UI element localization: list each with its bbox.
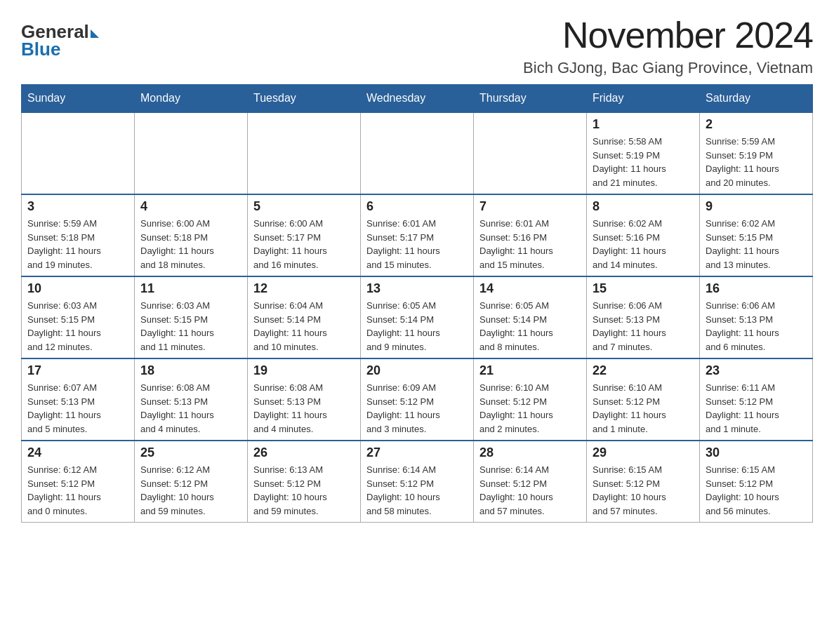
calendar-cell: 3Sunrise: 5:59 AMSunset: 5:18 PMDaylight… (22, 194, 135, 276)
main-title: November 2024 (523, 14, 813, 56)
day-number: 21 (479, 363, 581, 378)
week-row-4: 17Sunrise: 6:07 AMSunset: 5:13 PMDayligh… (22, 358, 813, 441)
week-row-5: 24Sunrise: 6:12 AMSunset: 5:12 PMDayligh… (22, 441, 813, 523)
calendar-cell: 27Sunrise: 6:14 AMSunset: 5:12 PMDayligh… (361, 441, 474, 523)
calendar-cell: 24Sunrise: 6:12 AMSunset: 5:12 PMDayligh… (22, 441, 135, 523)
calendar-cell: 20Sunrise: 6:09 AMSunset: 5:12 PMDayligh… (361, 358, 474, 441)
day-number: 1 (593, 117, 694, 132)
day-number: 28 (479, 445, 581, 460)
day-info: Sunrise: 6:07 AMSunset: 5:13 PMDaylight:… (27, 381, 128, 436)
column-header-thursday: Thursday (474, 85, 587, 113)
calendar-cell (135, 112, 248, 194)
calendar: SundayMondayTuesdayWednesdayThursdayFrid… (21, 84, 813, 523)
day-number: 2 (706, 117, 807, 132)
calendar-cell: 7Sunrise: 6:01 AMSunset: 5:16 PMDaylight… (474, 194, 587, 276)
day-info: Sunrise: 6:05 AMSunset: 5:14 PMDaylight:… (479, 299, 581, 354)
calendar-cell: 13Sunrise: 6:05 AMSunset: 5:14 PMDayligh… (361, 276, 474, 358)
calendar-cell: 12Sunrise: 6:04 AMSunset: 5:14 PMDayligh… (248, 276, 361, 358)
day-info: Sunrise: 6:06 AMSunset: 5:13 PMDaylight:… (706, 299, 807, 354)
day-info: Sunrise: 5:59 AMSunset: 5:18 PMDaylight:… (27, 217, 128, 271)
day-number: 23 (706, 363, 807, 378)
day-number: 22 (593, 363, 694, 378)
calendar-cell: 30Sunrise: 6:15 AMSunset: 5:12 PMDayligh… (700, 441, 813, 523)
title-section: November 2024 Bich GJong, Bac Giang Prov… (523, 14, 813, 77)
day-number: 15 (593, 281, 694, 296)
logo-triangle-icon (91, 29, 99, 38)
calendar-cell: 9Sunrise: 6:02 AMSunset: 5:15 PMDaylight… (700, 194, 813, 276)
day-number: 19 (253, 363, 355, 378)
day-info: Sunrise: 6:05 AMSunset: 5:14 PMDaylight:… (366, 299, 468, 354)
day-info: Sunrise: 6:00 AMSunset: 5:17 PMDaylight:… (253, 217, 355, 271)
day-number: 6 (366, 199, 468, 214)
week-row-3: 10Sunrise: 6:03 AMSunset: 5:15 PMDayligh… (22, 276, 813, 358)
calendar-cell: 5Sunrise: 6:00 AMSunset: 5:17 PMDaylight… (248, 194, 361, 276)
day-info: Sunrise: 6:02 AMSunset: 5:16 PMDaylight:… (593, 217, 694, 271)
day-number: 25 (140, 445, 241, 460)
day-info: Sunrise: 6:01 AMSunset: 5:17 PMDaylight:… (366, 217, 468, 271)
day-info: Sunrise: 6:03 AMSunset: 5:15 PMDaylight:… (27, 299, 128, 354)
day-info: Sunrise: 6:11 AMSunset: 5:12 PMDaylight:… (706, 381, 807, 436)
day-info: Sunrise: 6:08 AMSunset: 5:13 PMDaylight:… (253, 381, 355, 436)
calendar-cell: 17Sunrise: 6:07 AMSunset: 5:13 PMDayligh… (22, 358, 135, 441)
day-info: Sunrise: 5:58 AMSunset: 5:19 PMDaylight:… (593, 135, 694, 189)
calendar-cell: 25Sunrise: 6:12 AMSunset: 5:12 PMDayligh… (135, 441, 248, 523)
calendar-cell: 26Sunrise: 6:13 AMSunset: 5:12 PMDayligh… (248, 441, 361, 523)
day-number: 29 (593, 445, 694, 460)
day-number: 13 (366, 281, 468, 296)
header: General Blue November 2024 Bich GJong, B… (21, 14, 813, 77)
calendar-cell: 21Sunrise: 6:10 AMSunset: 5:12 PMDayligh… (474, 358, 587, 441)
calendar-cell: 28Sunrise: 6:14 AMSunset: 5:12 PMDayligh… (474, 441, 587, 523)
calendar-cell: 16Sunrise: 6:06 AMSunset: 5:13 PMDayligh… (700, 276, 813, 358)
calendar-cell: 22Sunrise: 6:10 AMSunset: 5:12 PMDayligh… (587, 358, 700, 441)
calendar-cell: 1Sunrise: 5:58 AMSunset: 5:19 PMDaylight… (587, 112, 700, 194)
day-info: Sunrise: 6:02 AMSunset: 5:15 PMDaylight:… (706, 217, 807, 271)
day-number: 8 (593, 199, 694, 214)
day-number: 26 (253, 445, 355, 460)
day-info: Sunrise: 6:10 AMSunset: 5:12 PMDaylight:… (593, 381, 694, 436)
day-number: 5 (253, 199, 355, 214)
logo-blue: Blue (21, 39, 60, 60)
day-number: 14 (479, 281, 581, 296)
day-number: 18 (140, 363, 241, 378)
calendar-cell: 14Sunrise: 6:05 AMSunset: 5:14 PMDayligh… (474, 276, 587, 358)
calendar-cell: 15Sunrise: 6:06 AMSunset: 5:13 PMDayligh… (587, 276, 700, 358)
column-header-tuesday: Tuesday (248, 85, 361, 113)
calendar-cell (361, 112, 474, 194)
calendar-cell: 8Sunrise: 6:02 AMSunset: 5:16 PMDaylight… (587, 194, 700, 276)
calendar-cell: 10Sunrise: 6:03 AMSunset: 5:15 PMDayligh… (22, 276, 135, 358)
day-info: Sunrise: 6:01 AMSunset: 5:16 PMDaylight:… (479, 217, 581, 271)
subtitle: Bich GJong, Bac Giang Province, Vietnam (523, 59, 813, 77)
day-number: 30 (706, 445, 807, 460)
calendar-cell (248, 112, 361, 194)
calendar-cell: 4Sunrise: 6:00 AMSunset: 5:18 PMDaylight… (135, 194, 248, 276)
calendar-cell (22, 112, 135, 194)
day-number: 4 (140, 199, 241, 214)
logo: General Blue (21, 21, 99, 60)
day-info: Sunrise: 6:09 AMSunset: 5:12 PMDaylight:… (366, 381, 468, 436)
day-number: 24 (27, 445, 128, 460)
day-info: Sunrise: 6:10 AMSunset: 5:12 PMDaylight:… (479, 381, 581, 436)
week-row-1: 1Sunrise: 5:58 AMSunset: 5:19 PMDaylight… (22, 112, 813, 194)
day-number: 7 (479, 199, 581, 214)
day-info: Sunrise: 6:00 AMSunset: 5:18 PMDaylight:… (140, 217, 241, 271)
day-info: Sunrise: 6:13 AMSunset: 5:12 PMDaylight:… (253, 463, 355, 518)
day-info: Sunrise: 6:14 AMSunset: 5:12 PMDaylight:… (366, 463, 468, 518)
calendar-cell: 29Sunrise: 6:15 AMSunset: 5:12 PMDayligh… (587, 441, 700, 523)
day-info: Sunrise: 6:06 AMSunset: 5:13 PMDaylight:… (593, 299, 694, 354)
day-number: 12 (253, 281, 355, 296)
day-info: Sunrise: 6:14 AMSunset: 5:12 PMDaylight:… (479, 463, 581, 518)
day-info: Sunrise: 6:03 AMSunset: 5:15 PMDaylight:… (140, 299, 241, 354)
day-info: Sunrise: 6:04 AMSunset: 5:14 PMDaylight:… (253, 299, 355, 354)
calendar-cell: 18Sunrise: 6:08 AMSunset: 5:13 PMDayligh… (135, 358, 248, 441)
day-info: Sunrise: 6:12 AMSunset: 5:12 PMDaylight:… (27, 463, 128, 518)
day-number: 9 (706, 199, 807, 214)
calendar-cell: 2Sunrise: 5:59 AMSunset: 5:19 PMDaylight… (700, 112, 813, 194)
calendar-header-row: SundayMondayTuesdayWednesdayThursdayFrid… (22, 85, 813, 113)
column-header-saturday: Saturday (700, 85, 813, 113)
column-header-sunday: Sunday (22, 85, 135, 113)
day-number: 10 (27, 281, 128, 296)
calendar-cell: 6Sunrise: 6:01 AMSunset: 5:17 PMDaylight… (361, 194, 474, 276)
day-info: Sunrise: 5:59 AMSunset: 5:19 PMDaylight:… (706, 135, 807, 189)
day-number: 27 (366, 445, 468, 460)
calendar-cell: 19Sunrise: 6:08 AMSunset: 5:13 PMDayligh… (248, 358, 361, 441)
